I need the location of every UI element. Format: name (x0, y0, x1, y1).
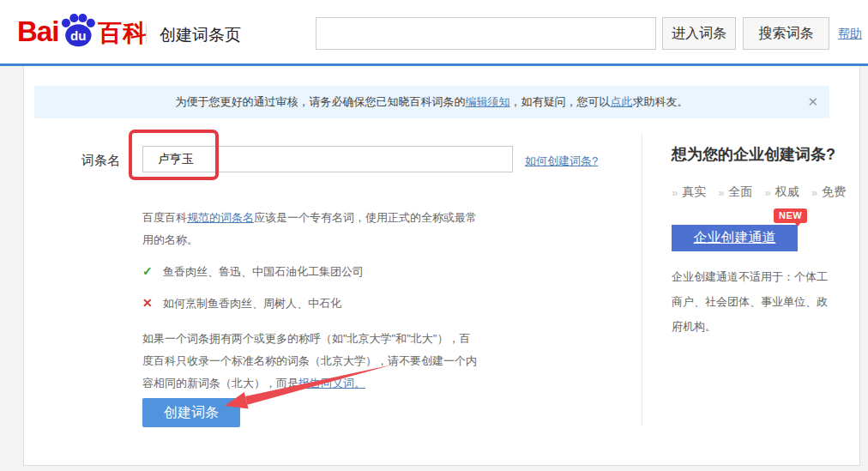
logo-text-baike: 百科 (98, 15, 148, 51)
cross-icon: ✕ (142, 293, 163, 314)
feature-item: »免费 (811, 184, 846, 200)
chevron-icon: » (672, 186, 678, 199)
notice-text: 为便于您更好的通过审核，请务必确保您已知晓百科词条的 (176, 94, 466, 110)
chevron-icon: » (811, 186, 817, 199)
help-link[interactable]: 帮助 (838, 27, 862, 42)
bad-example-text: 如何烹制鱼香肉丝、周树人、中石化 (163, 293, 341, 315)
vertical-divider (642, 133, 642, 425)
notice-text: ，如有疑问，您可以 (510, 94, 611, 110)
good-example-text: 鱼香肉丝、鲁迅、中国石油化工集团公司 (163, 261, 364, 283)
baidu-baike-logo[interactable]: Bai du 百科 (17, 10, 148, 51)
svg-text:du: du (70, 28, 86, 43)
top-header: Bai du 百科 创建词条页 进入词条 搜索词条 帮助 (0, 0, 868, 63)
enterprise-channel-button[interactable]: 企业创建通道 (672, 225, 798, 251)
close-icon[interactable]: ✕ (807, 94, 818, 110)
feature-list: »真实 »全面 »权威 »免费 (672, 184, 846, 200)
report-synonym-link[interactable]: 报告同义词。 (298, 377, 365, 389)
create-entry-button[interactable]: 创建词条 (142, 398, 240, 427)
good-example-row: ✓ 鱼香肉丝、鲁迅、中国石油化工集团公司 (142, 261, 479, 283)
baidu-paw-icon: du (59, 13, 97, 48)
new-badge: NEW (774, 208, 807, 223)
page-title: 创建词条页 (160, 24, 241, 46)
bad-example-row: ✕ 如何烹制鱼香肉丝、周树人、中石化 (142, 293, 479, 315)
notice-text: 求助科友。 (633, 94, 689, 110)
sidebar-heading: 想为您的企业创建词条? (672, 144, 852, 165)
header-search-input[interactable] (316, 17, 656, 50)
click-here-link[interactable]: 点此 (611, 94, 633, 110)
standard-name-link[interactable]: 规范的词条名 (187, 211, 254, 224)
entry-name-input[interactable] (142, 146, 513, 172)
edit-notice-link[interactable]: 编辑须知 (466, 94, 510, 110)
enter-entry-button[interactable]: 进入词条 (662, 17, 736, 50)
review-notice-bar: 为便于您更好的通过审核，请务必确保您已知晓百科词条的编辑须知，如有疑问，您可以点… (34, 86, 829, 118)
synonym-paragraph: 如果一个词条拥有两个或更多的称呼（如"北京大学"和"北大"），百度百科只收录一个… (142, 328, 479, 395)
chevron-icon: » (718, 186, 724, 199)
search-entry-button[interactable]: 搜索词条 (743, 17, 829, 50)
feature-item: »权威 (765, 184, 799, 200)
naming-guidelines: 百度百科规范的词条名应该是一个专有名词，使用正式的全称或最常用的名称。 ✓ 鱼香… (142, 207, 479, 395)
how-to-create-link[interactable]: 如何创建词条? (525, 154, 598, 169)
entry-name-label: 词条名 (81, 153, 120, 169)
check-icon: ✓ (142, 261, 163, 282)
guideline-intro: 百度百科规范的词条名应该是一个专有名词，使用正式的全称或最常用的名称。 (142, 207, 479, 251)
chevron-icon: » (765, 186, 771, 199)
header-divider (146, 23, 147, 44)
logo-text-bai: Bai (17, 12, 58, 51)
feature-item: »真实 (672, 184, 706, 200)
feature-item: »全面 (718, 184, 752, 200)
enterprise-channel-note: 企业创建通道不适用于：个体工商户、社会团体、事业单位、政府机构。 (672, 264, 837, 339)
